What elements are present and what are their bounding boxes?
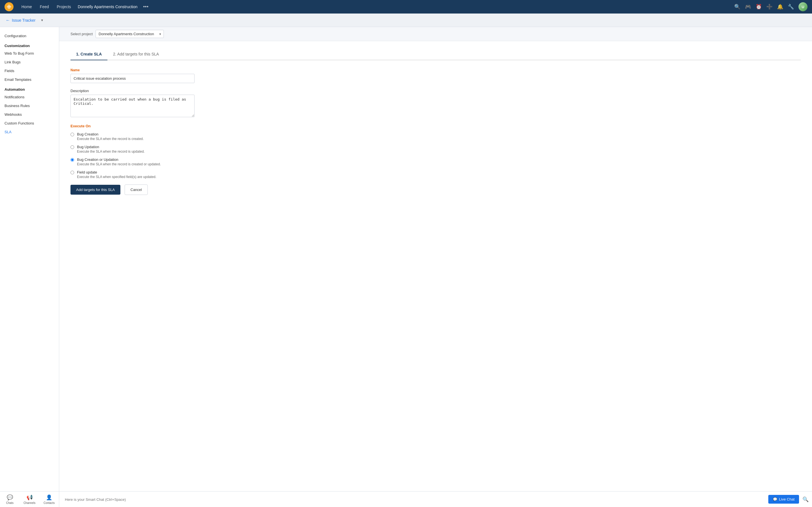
radio-bug-updation-desc: Execute the SLA when the record is updat… [77,150,145,154]
radio-field-update-label: Field update [77,170,156,174]
top-navigation: Home Feed Projects Donnelly Apartments C… [0,0,812,13]
sidebar-group-automation: Automation [0,84,59,93]
name-label: Name [70,68,801,72]
bottom-bar: 💬 Chats 📢 Channels 👤 Contacts 💬 Live Cha… [0,491,812,507]
channels-label: Channels [23,501,35,504]
smart-chat-input[interactable] [65,497,763,502]
name-field-group: Name [70,68,801,83]
main-layout: Configuration Customization Web To Bug F… [0,27,812,491]
smart-chat-area [59,497,768,502]
sidebar-item-fields[interactable]: Fields [0,66,59,75]
radio-bug-updation: Bug Updation Execute the SLA when the re… [70,145,801,154]
tab-add-targets[interactable]: 2. Add targets for this SLA [107,49,165,60]
top-nav-right-icons: 🔍 🎮 ⏰ ➕ 🔔 🔧 U [734,2,808,11]
nav-project-title[interactable]: Donnelly Apartments Construction [75,3,140,11]
avatar[interactable]: U [799,2,808,11]
nav-home[interactable]: Home [18,3,35,11]
project-select-dropdown[interactable]: Donnelly Apartments Construction [96,30,164,38]
nav-projects[interactable]: Projects [53,3,74,11]
sidebar: Configuration Customization Web To Bug F… [0,27,59,491]
radio-bug-creation-desc: Execute the SLA when the record is creat… [77,137,144,141]
add-icon[interactable]: ➕ [766,4,772,10]
bottom-tab-contacts[interactable]: 👤 Contacts [39,492,59,507]
back-arrow-icon: ← [6,18,10,23]
sidebar-item-custom-functions[interactable]: Custom Functions [0,119,59,128]
sidebar-group-customization: Customization [0,40,59,49]
sidebar-item-email-templates[interactable]: Email Templates [0,75,59,84]
live-chat-icon: 💬 [773,497,777,501]
radio-field-update-desc: Execute the SLA when specified field(s) … [77,175,156,179]
execute-on-group: Execute On Bug Creation Execute the SLA … [70,124,801,179]
sla-form: Name Description Execute On Bug Creation… [70,68,801,195]
description-field-group: Description [70,89,801,118]
bottom-search-icon[interactable]: 🔍 [802,496,809,503]
radio-field-update-input[interactable] [70,171,74,174]
radio-bug-creation-input[interactable] [70,133,74,136]
sidebar-item-sla[interactable]: SLA [0,128,59,136]
live-chat-label: Live Chat [779,497,795,501]
name-input[interactable] [70,74,195,83]
top-nav-links: Home Feed Projects Donnelly Apartments C… [18,3,734,11]
back-to-issue-tracker[interactable]: ← Issue Tracker [6,18,36,23]
dropdown-arrow-icon: ▾ [41,18,43,22]
gamepad-icon[interactable]: 🎮 [745,4,751,10]
radio-bug-updation-input[interactable] [70,145,74,149]
radio-field-update: Field update Execute the SLA when specif… [70,170,801,179]
contacts-icon: 👤 [46,494,52,501]
tab-create-sla[interactable]: 1. Create SLA [70,49,107,60]
radio-bug-creation-label: Bug Creation [77,132,144,136]
sidebar-item-link-bugs[interactable]: Link Bugs [0,58,59,66]
sidebar-item-web-to-bug-form[interactable]: Web To Bug Form [0,49,59,58]
sub-nav-dropdown[interactable]: ▾ [41,18,43,22]
radio-bug-creation: Bug Creation Execute the SLA when the re… [70,132,801,141]
more-options-button[interactable]: ••• [141,3,151,11]
form-tabs: 1. Create SLA 2. Add targets for this SL… [70,49,801,60]
back-label: Issue Tracker [12,18,36,22]
sidebar-item-notifications[interactable]: Notifications [0,93,59,101]
bell-icon[interactable]: 🔔 [777,4,783,10]
description-label: Description [70,89,801,93]
app-logo[interactable] [4,2,13,11]
nav-feed[interactable]: Feed [36,3,52,11]
radio-bug-creation-or-updation-desc: Execute the SLA when the record is creat… [77,162,161,166]
contacts-label: Contacts [43,501,54,504]
bottom-tabs: 💬 Chats 📢 Channels 👤 Contacts [0,492,59,507]
sidebar-item-business-rules[interactable]: Business Rules [0,101,59,110]
search-icon[interactable]: 🔍 [734,4,741,10]
sidebar-item-webhooks[interactable]: Webhooks [0,110,59,119]
channels-icon: 📢 [27,494,33,501]
live-chat-button[interactable]: 💬 Live Chat [768,495,799,504]
radio-bug-creation-or-updation-input[interactable] [70,158,74,162]
sidebar-item-configuration[interactable]: Configuration [0,32,59,40]
project-select-bar: Select project Donnelly Apartments Const… [59,27,812,41]
execute-on-label: Execute On [70,124,801,128]
form-actions: Add targets for this SLA Cancel [70,184,801,195]
radio-bug-creation-or-updation: Bug Creation or Updation Execute the SLA… [70,158,801,166]
project-select-wrapper: Donnelly Apartments Construction [96,30,164,38]
project-select-label: Select project [70,32,93,36]
radio-bug-updation-label: Bug Updation [77,145,145,149]
chats-icon: 💬 [7,494,13,501]
timer-icon[interactable]: ⏰ [756,4,762,10]
tools-icon[interactable]: 🔧 [788,4,794,10]
bottom-tab-chats[interactable]: 💬 Chats [0,492,20,507]
chats-label: Chats [6,501,13,504]
add-targets-button[interactable]: Add targets for this SLA [70,185,120,194]
radio-bug-creation-or-updation-label: Bug Creation or Updation [77,158,161,162]
cancel-button[interactable]: Cancel [124,184,148,195]
sub-navigation: ← Issue Tracker ▾ [0,13,812,27]
main-content: Select project Donnelly Apartments Const… [59,27,812,491]
description-textarea[interactable] [70,95,195,117]
bottom-tab-channels[interactable]: 📢 Channels [20,492,40,507]
